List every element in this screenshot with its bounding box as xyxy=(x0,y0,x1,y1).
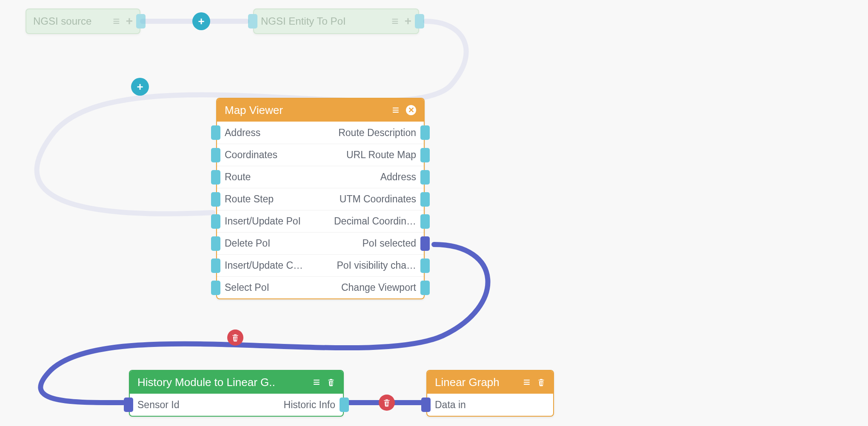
node-header[interactable]: Map Viewer xyxy=(217,99,424,122)
output-port[interactable] xyxy=(420,258,430,273)
input-port[interactable] xyxy=(211,236,220,251)
input-port[interactable] xyxy=(211,214,220,229)
input-label: Insert/Update PoI xyxy=(225,216,301,227)
menu-icon[interactable] xyxy=(313,376,320,388)
node-title: Linear Graph xyxy=(435,376,523,389)
output-port[interactable] xyxy=(136,14,146,28)
delete-connection-button[interactable] xyxy=(379,395,395,411)
input-label: Route Step xyxy=(225,193,274,205)
port-row: Coordinates URL Route Map xyxy=(217,144,424,166)
port-row: Insert/Update PoI Decimal Coordin… xyxy=(217,210,424,232)
input-port[interactable] xyxy=(124,398,133,412)
input-label: Address xyxy=(225,127,260,139)
menu-icon[interactable] xyxy=(391,15,398,27)
input-label: Data in xyxy=(435,399,466,411)
node-title: History Module to Linear G.. xyxy=(137,376,313,389)
input-port[interactable] xyxy=(211,148,220,162)
output-label: PoI selected xyxy=(362,238,416,249)
port-row: Insert/Update C… PoI visibility cha… xyxy=(217,254,424,276)
node-title: NGSI Entity To PoI xyxy=(261,15,391,27)
port-row: Route Address xyxy=(217,166,424,188)
port-row: Route Step UTM Coordinates xyxy=(217,188,424,210)
close-icon[interactable] xyxy=(406,105,416,115)
input-port[interactable] xyxy=(211,281,220,295)
output-label: PoI visibility cha… xyxy=(337,260,416,271)
plus-icon[interactable] xyxy=(405,15,411,27)
menu-icon[interactable] xyxy=(392,104,399,116)
plus-icon: + xyxy=(137,80,143,94)
port-row: Sensor Id Historic Info xyxy=(130,394,343,416)
input-port[interactable] xyxy=(248,14,257,28)
output-label: Address xyxy=(380,171,416,183)
menu-icon[interactable] xyxy=(523,376,530,388)
node-ngsi-entity-to-poi[interactable]: NGSI Entity To PoI xyxy=(253,9,419,34)
node-header[interactable]: Linear Graph xyxy=(427,371,553,394)
wires-layer xyxy=(0,0,868,426)
delete-connection-button[interactable] xyxy=(227,329,243,346)
output-port[interactable] xyxy=(340,398,349,412)
menu-icon[interactable] xyxy=(113,15,120,27)
output-port[interactable] xyxy=(420,192,430,207)
diagram-canvas[interactable]: + + NGSI source NGSI Entity To PoI xyxy=(0,0,868,426)
node-map-viewer[interactable]: Map Viewer Address Route Description Coo… xyxy=(216,98,425,299)
node-history-module[interactable]: History Module to Linear G.. Sensor Id H… xyxy=(129,370,344,417)
trash-icon xyxy=(231,333,240,342)
trash-icon[interactable] xyxy=(327,378,335,387)
output-label: Decimal Coordin… xyxy=(334,216,416,227)
trash-icon[interactable] xyxy=(537,378,545,387)
port-row: Address Route Description xyxy=(217,122,424,144)
output-label: UTM Coordinates xyxy=(340,193,416,205)
node-header[interactable]: History Module to Linear G.. xyxy=(130,371,343,394)
output-port[interactable] xyxy=(420,148,430,162)
output-port[interactable] xyxy=(420,170,430,185)
output-port[interactable] xyxy=(420,214,430,229)
input-label: Delete PoI xyxy=(225,238,270,249)
input-label: Sensor Id xyxy=(137,399,179,411)
add-connection-button[interactable]: + xyxy=(192,12,210,30)
input-label: Route xyxy=(225,171,251,183)
node-ngsi-source[interactable]: NGSI source xyxy=(26,9,140,34)
node-linear-graph[interactable]: Linear Graph Data in xyxy=(426,370,554,417)
input-label: Coordinates xyxy=(225,149,277,161)
port-rows: Address Route Description Coordinates UR… xyxy=(217,122,424,298)
output-port[interactable] xyxy=(420,281,430,295)
input-label: Select PoI xyxy=(225,282,269,293)
output-port[interactable] xyxy=(420,125,430,140)
port-row: Delete PoI PoI selected xyxy=(217,232,424,254)
input-port[interactable] xyxy=(211,192,220,207)
port-rows: Sensor Id Historic Info xyxy=(130,394,343,416)
input-port[interactable] xyxy=(211,170,220,185)
add-connection-button[interactable]: + xyxy=(131,78,149,96)
node-title: Map Viewer xyxy=(225,104,392,117)
input-label: Insert/Update C… xyxy=(225,260,303,271)
port-row: Data in xyxy=(427,394,553,416)
output-port[interactable] xyxy=(420,236,430,251)
plus-icon[interactable] xyxy=(126,15,133,27)
input-port[interactable] xyxy=(211,258,220,273)
trash-icon xyxy=(383,398,391,407)
input-port[interactable] xyxy=(421,398,431,412)
port-rows: Data in xyxy=(427,394,553,416)
output-label: URL Route Map xyxy=(346,149,416,161)
output-port[interactable] xyxy=(415,14,424,28)
input-port[interactable] xyxy=(211,125,220,140)
output-label: Change Viewport xyxy=(341,282,416,293)
node-title: NGSI source xyxy=(33,15,113,27)
plus-icon: + xyxy=(198,15,204,28)
output-label: Historic Info xyxy=(284,399,335,411)
output-label: Route Description xyxy=(338,127,416,139)
port-row: Select PoI Change Viewport xyxy=(217,276,424,298)
